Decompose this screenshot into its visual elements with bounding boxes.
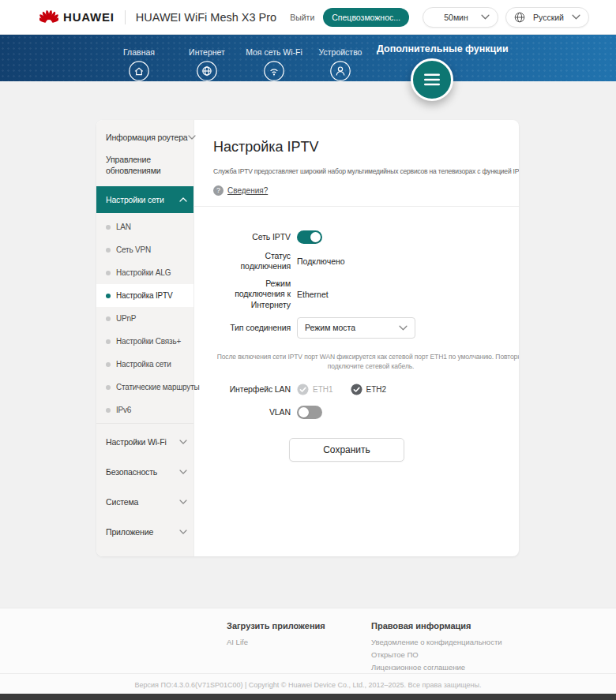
version-copyright-text: Версия ПО:4.3.0.6(V71SP01C00) | Copyrigh… — [0, 681, 616, 689]
field-label: Режим подключения к Интернету — [213, 279, 291, 309]
chevron-down-icon — [179, 470, 187, 474]
footer-link-privacy[interactable]: Уведомление о конфиденциальности — [371, 638, 502, 646]
sidebar-subitem-network-config[interactable]: Настройка сети — [96, 353, 193, 376]
nav-item-device[interactable]: Устройство — [297, 47, 384, 81]
checkbox-label: ETH2 — [366, 385, 387, 394]
save-button[interactable]: Сохранить — [289, 438, 404, 462]
sidebar-item-update-management[interactable]: Управление обновлениями — [96, 154, 193, 176]
status-row: Статус подключения Подключено — [213, 251, 519, 271]
chevron-down-icon — [179, 530, 187, 534]
home-icon — [129, 61, 149, 81]
bullet-dot — [106, 339, 111, 344]
sidebar-subitem-ipv6[interactable]: IPv6 — [96, 399, 193, 421]
lan-interface-row: Интерфейс LAN ETH1 ETH2 — [213, 384, 519, 395]
footer-link-license[interactable]: Лицензионное соглашение — [371, 663, 502, 672]
sidebar-subitem-vpn[interactable]: Сеть VPN — [96, 238, 193, 261]
field-label: Сеть IPTV — [213, 232, 291, 242]
sidebar-item-wifi-settings[interactable]: Настройки Wi-Fi — [96, 427, 193, 457]
sidebar-item-network-settings[interactable]: Настройки сети — [96, 186, 193, 213]
header-divider — [125, 10, 126, 24]
subitem-label: UPnP — [116, 314, 136, 323]
internet-mode-row: Режим подключения к Интернету Ethernet — [213, 279, 519, 309]
header-controls: Выйти Спецвозможнос... 50мин Русский — [290, 7, 589, 28]
details-link[interactable]: Сведения? — [227, 186, 268, 195]
chevron-down-icon — [179, 500, 187, 504]
huawei-logo-icon — [39, 9, 58, 25]
accessibility-button[interactable]: Спецвозможнос... — [323, 8, 409, 27]
chevron-down-icon — [481, 14, 490, 20]
sidebar-subitem-link-plus[interactable]: Настройки Связь+ — [96, 330, 193, 353]
check-circle-icon — [297, 384, 309, 395]
eth2-checkbox[interactable]: ETH2 — [351, 384, 387, 395]
footer-apps-column: Загрузить приложения AI Life — [227, 621, 371, 676]
footer-legal-column: Правовая информация Уведомление о конфид… — [371, 621, 502, 676]
vlan-toggle[interactable] — [297, 406, 322, 419]
sidebar-subitem-static-routes[interactable]: Статические маршруты — [96, 376, 193, 399]
details-row: ? Сведения? — [213, 185, 519, 196]
footer-divider — [0, 673, 616, 674]
footer-apps-title: Загрузить приложения — [227, 621, 371, 631]
content-card: Информация роутера Управление обновления… — [96, 120, 519, 556]
chevron-down-icon — [399, 325, 408, 331]
product-title: HUAWEI WiFi Mesh X3 Pro — [136, 11, 276, 24]
subitem-label: Настройки ALG — [116, 268, 171, 277]
subitem-label: IPv6 — [116, 406, 131, 414]
field-label: VLAN — [213, 407, 291, 417]
subitem-label: Настройка сети — [116, 360, 171, 369]
sidebar-subitem-lan[interactable]: LAN — [96, 215, 193, 238]
toggle-knob — [310, 232, 321, 242]
section-divider — [194, 206, 519, 207]
sidebar-subitem-upnp[interactable]: UPnP — [96, 307, 193, 330]
sidebar-subitem-iptv[interactable]: Настройка IPTV — [96, 284, 193, 307]
language-select[interactable]: Русский — [505, 7, 589, 28]
sidebar-item-label: Управление обновлениями — [106, 154, 179, 176]
sidebar-item-label: Настройки Wi-Fi — [106, 437, 167, 447]
logout-link[interactable]: Выйти — [290, 13, 314, 22]
bullet-dot — [106, 248, 111, 253]
subitem-label: Настройки Связь+ — [116, 337, 181, 346]
bullet-dot — [106, 316, 111, 321]
sidebar-item-security[interactable]: Безопасность — [96, 457, 193, 487]
footer-link-ailife[interactable]: AI Life — [227, 638, 371, 646]
main-nav: Главная Интернет Моя сеть Wi-Fi Устройст… — [0, 35, 616, 81]
footer-link-opensource[interactable]: Открытое ПО — [371, 650, 502, 659]
bottom-bar — [0, 694, 616, 700]
router-admin-page: HUAWEI HUAWEI WiFi Mesh X3 Pro Выйти Спе… — [0, 0, 616, 700]
eth1-checkbox[interactable]: ETH1 — [297, 384, 333, 395]
subitem-label: Сеть VPN — [116, 245, 151, 254]
timeout-value: 50мин — [431, 13, 481, 22]
sidebar-item-label: Система — [106, 497, 138, 507]
nav-item-advanced-functions[interactable]: Дополнительные функции — [377, 43, 509, 54]
subitem-label: Статические маршруты — [116, 383, 200, 391]
page-title: Настройка IPTV — [213, 139, 519, 155]
iptv-hint-text: После включения сети IPTV порт WAN фикси… — [213, 352, 519, 372]
sidebar-item-router-info[interactable]: Информация роутера — [96, 133, 193, 142]
sidebar-item-system[interactable]: Система — [96, 487, 193, 517]
network-settings-submenu: LAN Сеть VPN Настройки ALG Настройка IPT… — [96, 213, 193, 421]
sidebar-item-label: Настройки сети — [106, 195, 164, 204]
globe-icon — [514, 12, 525, 23]
wifi-icon — [264, 61, 284, 81]
settings-sidebar: Информация роутера Управление обновления… — [96, 120, 194, 556]
sidebar-item-application[interactable]: Приложение — [96, 517, 193, 547]
iptv-toggle-row: Сеть IPTV — [213, 230, 519, 244]
footer-legal-title: Правовая информация — [371, 621, 502, 631]
connection-status-value: Подключено — [297, 256, 345, 266]
device-user-icon — [330, 61, 351, 81]
chevron-down-icon — [572, 14, 580, 20]
sidebar-subitem-alg[interactable]: Настройки ALG — [96, 261, 193, 284]
page-footer: Загрузить приложения AI Life Правовая ин… — [0, 608, 616, 700]
check-circle-icon — [351, 384, 362, 395]
timeout-select[interactable]: 50мин — [423, 7, 498, 28]
bullet-dot — [106, 385, 111, 390]
page-description: Служба IPTV предоставляет широкий набор … — [213, 167, 519, 175]
connection-type-select[interactable]: Режим моста — [297, 317, 415, 339]
internet-globe-icon — [197, 61, 217, 81]
field-label: Интерфейс LAN — [213, 384, 291, 395]
internet-mode-value: Ethernet — [297, 290, 329, 299]
menu-icon — [424, 73, 440, 86]
sidebar-divider — [96, 423, 193, 424]
iptv-network-toggle[interactable] — [297, 230, 322, 244]
connection-type-value: Режим моста — [305, 323, 399, 332]
advanced-menu-fab-button[interactable] — [411, 58, 453, 101]
